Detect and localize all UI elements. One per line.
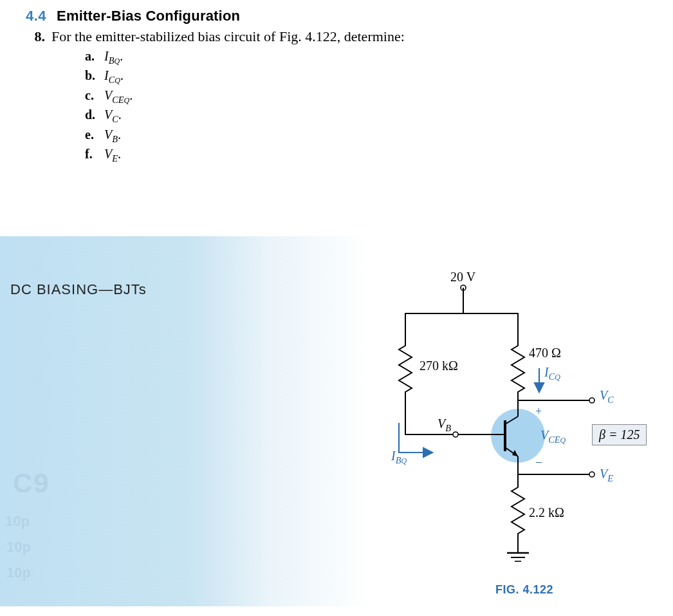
sub-item-letter: b. <box>85 67 98 86</box>
label-vceq: VCEQ <box>540 428 566 445</box>
sub-item-letter: d. <box>85 106 98 126</box>
problem-sub-item: b.ICQ. <box>85 67 647 86</box>
label-beta: β = 125 <box>592 424 647 445</box>
problem-sub-item: d.VC. <box>85 106 647 126</box>
label-ve: VE <box>600 467 613 484</box>
figure-4-122: 20 V 270 kΩ 470 Ω 2.2 kΩ IBQ ICQ VCEQ VB… <box>360 262 663 597</box>
label-vcc: 20 V <box>450 270 475 285</box>
sub-item-letter: a. <box>85 48 98 67</box>
label-icq: ICQ <box>544 365 560 382</box>
chapter-panel: DC BIASING—BJTs C9 10p 10p 10p <box>0 236 673 606</box>
label-plus: + <box>535 405 542 418</box>
problem-number: 8. <box>26 28 45 45</box>
sub-item-symbol: ICQ. <box>104 67 124 86</box>
sub-item-symbol: VB. <box>104 126 121 145</box>
problem-sub-item: c.VCEQ. <box>85 87 647 106</box>
background-ref-1: 10p <box>5 513 30 530</box>
problem-sub-item: a.IBQ. <box>85 48 647 67</box>
chapter-title: DC BIASING—BJTs <box>10 281 147 298</box>
problem-stem: 8. For the emitter-stabilized bias circu… <box>26 28 647 45</box>
background-ref-c9: C9 <box>13 468 50 499</box>
label-vb: VB <box>438 416 451 434</box>
sub-item-letter: f. <box>85 145 98 165</box>
sub-item-letter: c. <box>85 87 98 106</box>
background-ref-3: 10p <box>6 565 31 581</box>
sub-item-symbol: VC. <box>104 106 122 126</box>
label-ibq: IBQ <box>391 449 407 466</box>
problem-sub-item: e.VB. <box>85 126 647 145</box>
problem-text: For the emitter-stabilized bias circuit … <box>51 28 405 45</box>
problem-sub-item: f.VE. <box>85 145 647 165</box>
svg-point-3 <box>589 398 595 403</box>
problem-sub-list: a.IBQ.b.ICQ.c.VCEQ.d.VC.e.VB.f.VE. <box>85 48 647 165</box>
label-rc: 470 Ω <box>529 346 561 360</box>
sub-item-symbol: VE. <box>104 145 121 165</box>
sub-item-symbol: IBQ. <box>104 48 123 67</box>
label-rb: 270 kΩ <box>419 359 458 373</box>
section-title: Emitter-Bias Configuration <box>57 8 240 24</box>
label-re: 2.2 kΩ <box>529 505 564 520</box>
figure-caption: FIG. 4.122 <box>495 583 553 597</box>
label-minus: − <box>535 455 542 470</box>
svg-point-2 <box>453 432 458 437</box>
sub-item-letter: e. <box>85 126 98 145</box>
background-ref-2: 10p <box>6 539 31 555</box>
label-vc: VC <box>600 388 614 406</box>
section-number: 4.4 <box>26 8 46 24</box>
svg-point-11 <box>589 472 595 477</box>
sub-item-symbol: VCEQ. <box>104 87 133 106</box>
